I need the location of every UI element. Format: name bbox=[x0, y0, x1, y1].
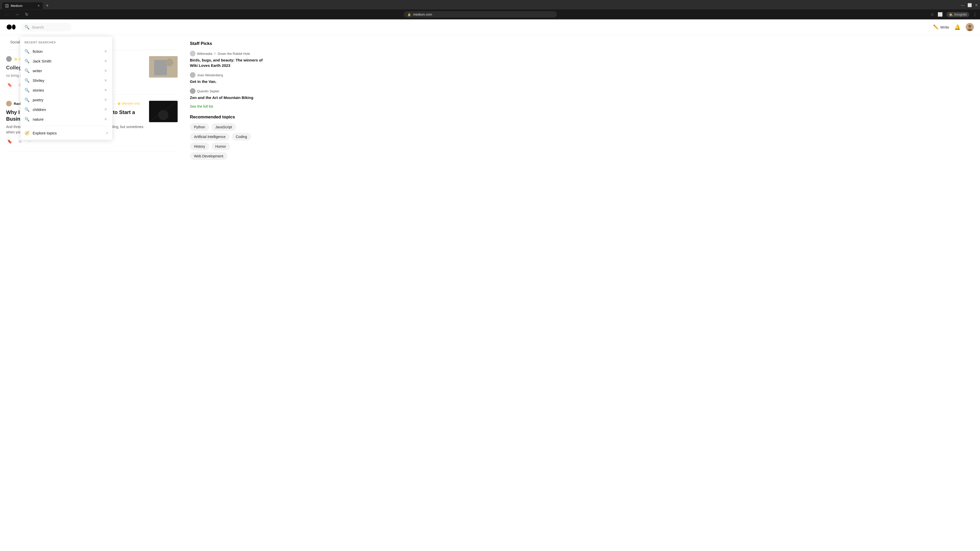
star-icon: ⭐ bbox=[14, 57, 18, 61]
svg-point-3 bbox=[12, 24, 16, 30]
search-history-icon-2: 🔍 bbox=[24, 59, 30, 64]
browser-toolbar-right: ☆ ⬜ 🕵 Incognito ⋮ bbox=[931, 12, 977, 17]
medium-header: 🔍 Search ✏️ Write 🔔 RECENT SEARCHES 🔍 fi… bbox=[0, 19, 980, 35]
recent-search-writer[interactable]: 🔍 writer ✕ bbox=[21, 66, 112, 76]
sp-meta-wikimedia: Wikimedia in Down the Rabbit Hole bbox=[190, 51, 264, 56]
staff-pick-wikimedia: Wikimedia in Down the Rabbit Hole Birds,… bbox=[190, 51, 264, 68]
right-sidebar: Staff Picks Wikimedia in Down the Rabbit… bbox=[184, 35, 270, 160]
explore-label: Explore topics bbox=[33, 131, 102, 135]
recent-search-nature[interactable]: 🔍 nature ✕ bbox=[21, 114, 112, 124]
recent-search-poetry[interactable]: 🔍 poetry ✕ bbox=[21, 95, 112, 105]
bookmark-button-college[interactable]: 🔖 bbox=[6, 81, 13, 88]
incognito-label: Incognito bbox=[954, 13, 967, 16]
recent-search-stories[interactable]: 🔍 stories ✕ bbox=[21, 85, 112, 95]
topic-pill-webdev[interactable]: Web Development bbox=[190, 152, 228, 160]
recent-search-fiction[interactable]: 🔍 fiction ✕ bbox=[21, 46, 112, 56]
forward-button[interactable]: → bbox=[13, 11, 21, 18]
recent-search-shriley[interactable]: 🔍 Shriley ✕ bbox=[21, 76, 112, 85]
notifications-button[interactable]: 🔔 bbox=[954, 24, 961, 30]
author-avatar-college bbox=[6, 56, 12, 62]
remove-jacksmith-button[interactable]: ✕ bbox=[103, 59, 108, 64]
svg-point-9 bbox=[165, 59, 173, 66]
remove-children-button[interactable]: ✕ bbox=[103, 107, 108, 112]
see-full-list-link[interactable]: See the full list bbox=[190, 104, 264, 108]
svg-point-1 bbox=[7, 5, 8, 6]
topic-pill-ai[interactable]: Artificial Intelligence bbox=[190, 133, 230, 141]
remove-nature-button[interactable]: ✕ bbox=[103, 117, 108, 122]
active-tab[interactable]: Medium ✕ bbox=[2, 2, 43, 9]
user-avatar[interactable] bbox=[966, 23, 974, 31]
new-tab-button[interactable]: + bbox=[44, 2, 51, 10]
recent-label-poetry: poetry bbox=[33, 98, 100, 102]
tab-close-button[interactable]: ✕ bbox=[38, 4, 40, 7]
search-bar[interactable]: 🔍 Search bbox=[21, 23, 72, 32]
header-right: ✏️ Write 🔔 bbox=[933, 23, 974, 31]
incognito-badge: 🕵 Incognito bbox=[946, 12, 969, 17]
write-button[interactable]: ✏️ Write bbox=[933, 24, 949, 30]
close-window-button[interactable]: ✕ bbox=[975, 3, 978, 7]
explore-topics-item[interactable]: 🧭 Explore topics ↗ bbox=[21, 128, 112, 138]
topic-pill-javascript[interactable]: JavaScript bbox=[211, 123, 236, 131]
svg-point-0 bbox=[5, 5, 7, 6]
maximize-button[interactable]: ⬜ bbox=[967, 3, 972, 7]
secure-icon: 🔒 bbox=[407, 13, 411, 16]
svg-rect-8 bbox=[154, 60, 167, 75]
sp-author-joan[interactable]: Joan Westenberg bbox=[197, 73, 223, 77]
address-input[interactable]: 🔒 medium.com bbox=[404, 11, 557, 17]
explore-icon: 🧭 bbox=[24, 130, 30, 135]
recent-search-children[interactable]: 🔍 children ✕ bbox=[21, 105, 112, 114]
search-history-icon-4: 🔍 bbox=[24, 78, 30, 83]
browser-chrome: Medium ✕ + — ⬜ ✕ ← → ↻ 🔒 medium.com ☆ ⬜ … bbox=[0, 0, 980, 19]
topic-pill-history[interactable]: History bbox=[190, 143, 209, 150]
search-history-icon-8: 🔍 bbox=[24, 117, 30, 122]
bookmark-button-business[interactable]: 🔖 bbox=[6, 138, 13, 145]
recent-label-jacksmith: Jack Smith bbox=[33, 59, 100, 63]
minimize-button[interactable]: — bbox=[961, 3, 964, 7]
tab-favicon bbox=[5, 4, 9, 8]
main-content: Social Media Marketing History JavaScrip… bbox=[0, 35, 980, 160]
sp-avatar-quentin bbox=[190, 88, 196, 94]
medium-logo[interactable] bbox=[6, 22, 16, 32]
search-dropdown: RECENT SEARCHES 🔍 fiction ✕ 🔍 Jack Smith… bbox=[21, 37, 112, 140]
bookmark-star-icon[interactable]: ☆ bbox=[931, 12, 934, 17]
topic-pill-humor[interactable]: Humor bbox=[211, 143, 230, 150]
address-bar: ← → ↻ 🔒 medium.com ☆ ⬜ 🕵 Incognito ⋮ bbox=[0, 10, 980, 19]
sp-avatar-wikimedia bbox=[190, 51, 196, 56]
recent-label-nature: nature bbox=[33, 117, 100, 121]
svg-point-2 bbox=[6, 24, 12, 30]
svg-point-5 bbox=[968, 25, 971, 28]
reload-button[interactable]: ↻ bbox=[24, 11, 30, 18]
remove-stories-button[interactable]: ✕ bbox=[103, 87, 108, 93]
recent-label-writer: writer bbox=[33, 68, 100, 73]
recent-label-fiction: fiction bbox=[33, 49, 100, 54]
remove-shriley-button[interactable]: ✕ bbox=[103, 78, 108, 83]
sp-title-quentin[interactable]: Zen and the Art of Mountain Biking bbox=[190, 95, 264, 100]
sp-title-wikimedia[interactable]: Birds, bugs, and beauty: The winners of … bbox=[190, 57, 264, 68]
topic-pill-python[interactable]: Python bbox=[190, 123, 209, 131]
recent-label-children: children bbox=[33, 107, 100, 112]
remove-poetry-button[interactable]: ✕ bbox=[103, 97, 108, 102]
sp-title-joan[interactable]: Get in the Van. bbox=[190, 79, 264, 84]
svg-point-12 bbox=[158, 110, 169, 120]
search-icon: 🔍 bbox=[24, 25, 30, 30]
sp-publication-wikimedia[interactable]: Down the Rabbit Hole bbox=[218, 52, 250, 56]
article-thumb-college bbox=[149, 56, 178, 78]
reader-mode-icon[interactable]: ⬜ bbox=[938, 12, 943, 17]
remove-fiction-button[interactable]: ✕ bbox=[103, 49, 108, 54]
recent-search-jacksmith[interactable]: 🔍 Jack Smith ✕ bbox=[21, 56, 112, 66]
remove-writer-button[interactable]: ✕ bbox=[103, 68, 108, 73]
staff-pick-quentin: Quentin Septer Zen and the Art of Mounta… bbox=[190, 88, 264, 100]
back-button[interactable]: ← bbox=[3, 11, 10, 18]
recommended-topics-title: Recommended topics bbox=[190, 114, 264, 120]
sp-author-wikimedia[interactable]: Wikimedia bbox=[197, 52, 212, 56]
sp-in-label: in bbox=[214, 52, 216, 56]
recent-label-stories: stories bbox=[33, 88, 100, 92]
search-history-icon-3: 🔍 bbox=[24, 68, 30, 73]
sp-author-quentin[interactable]: Quentin Septer bbox=[197, 89, 219, 93]
topic-pill-coding[interactable]: Coding bbox=[232, 133, 251, 141]
explore-arrow-icon: ↗ bbox=[105, 131, 108, 135]
address-text: medium.com bbox=[413, 13, 553, 16]
browser-menu-icon[interactable]: ⋮ bbox=[973, 12, 977, 17]
staff-picks-title: Staff Picks bbox=[190, 41, 264, 46]
author-avatar-business bbox=[6, 101, 12, 106]
